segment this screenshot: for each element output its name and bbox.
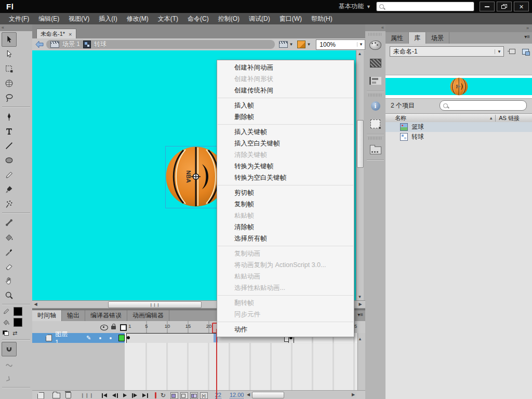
delete-layer-icon[interactable]: [65, 392, 71, 398]
context-menu-item[interactable]: 剪切帧: [217, 187, 354, 198]
scrollbar-thumb[interactable]: [252, 392, 284, 398]
scroll-right-icon[interactable]: ▶: [357, 301, 364, 308]
scroll-right-icon[interactable]: ▶: [350, 391, 356, 398]
context-menu-item[interactable]: 插入关键帧: [217, 126, 354, 138]
tab-场景[interactable]: 场景: [426, 32, 449, 44]
oval-tool[interactable]: [2, 153, 17, 167]
tab-输出[interactable]: 输出: [62, 310, 85, 321]
close-icon[interactable]: ×: [69, 31, 72, 37]
edit-scene-button[interactable]: ▼: [279, 41, 293, 48]
library-item-row[interactable]: 篮球: [385, 122, 532, 132]
context-menu-item[interactable]: 创建传统补间: [217, 85, 354, 96]
modify-markers-icon[interactable]: [200, 392, 208, 399]
zoom-tool[interactable]: [2, 288, 17, 302]
context-menu-item[interactable]: 删除帧: [217, 111, 354, 123]
new-library-panel-button[interactable]: [521, 47, 530, 56]
step-forward-button[interactable]: [130, 392, 139, 398]
panel-group-grip[interactable]: [368, 137, 382, 140]
scroll-down-icon[interactable]: ▼: [356, 294, 363, 300]
context-menu-item[interactable]: 复制帧: [217, 198, 354, 210]
onion-skin-outlines-icon[interactable]: [180, 392, 188, 399]
loop-icon[interactable]: ↻: [161, 392, 166, 398]
smooth-tool[interactable]: [2, 356, 17, 371]
menubar-item[interactable]: 插入(I): [94, 13, 122, 25]
eraser-tool[interactable]: [2, 259, 17, 273]
resize-grip[interactable]: ❙❙❙: [81, 393, 94, 398]
menubar-item[interactable]: 视图(V): [64, 13, 94, 25]
scrollbar-thumb[interactable]: ❙❙❙: [108, 301, 202, 308]
context-menu-item[interactable]: 转换为关键帧: [217, 161, 354, 172]
new-layer-icon[interactable]: [37, 392, 44, 399]
menubar-item[interactable]: 调试(D): [244, 13, 275, 25]
frame-rate-value[interactable]: 12.00: [230, 392, 244, 398]
context-menu-item[interactable]: 清除帧: [217, 221, 354, 233]
menubar-item[interactable]: 命令(C): [183, 13, 214, 25]
tab-编译器错误[interactable]: 编译器错误: [85, 310, 127, 321]
context-menu-item[interactable]: 插入空白关键帧: [217, 138, 354, 149]
scroll-up-icon[interactable]: ▲: [356, 50, 363, 57]
breadcrumb-scene[interactable]: 场景 1: [62, 40, 80, 49]
tab-时间轴[interactable]: 时间轴: [32, 310, 62, 321]
collapse-panel-icon[interactable]: «: [0, 24, 32, 31]
tab-动画编辑器[interactable]: 动画编辑器: [127, 310, 169, 321]
info-panel-button[interactable]: [365, 97, 385, 115]
menubar-item[interactable]: 窗口(W): [275, 13, 307, 25]
brush-tool[interactable]: [2, 182, 17, 196]
pencil-tool[interactable]: [2, 167, 17, 182]
bone-tool[interactable]: [2, 215, 17, 230]
menubar-item[interactable]: 修改(M): [122, 13, 153, 25]
edit-multiple-frames-icon[interactable]: [190, 392, 198, 399]
context-menu-item[interactable]: 插入帧: [217, 100, 354, 111]
keyframe-dot[interactable]: [127, 336, 130, 339]
back-arrow-icon[interactable]: [35, 41, 44, 48]
components-panel-button[interactable]: [365, 140, 385, 158]
color-palette-panel-button[interactable]: [365, 36, 385, 54]
edit-symbol-button[interactable]: ▼: [297, 41, 311, 48]
library-item-row[interactable]: 转球: [385, 132, 532, 142]
layer-outline-color-swatch[interactable]: [118, 335, 125, 341]
straighten-tool[interactable]: [2, 371, 17, 385]
sort-arrow-icon[interactable]: ▲: [489, 116, 493, 121]
text-tool[interactable]: [2, 124, 17, 138]
align-panel-button[interactable]: [365, 72, 385, 89]
lasso-tool[interactable]: [2, 90, 17, 105]
panel-menu-icon[interactable]: ▾≡: [357, 312, 363, 317]
lock-layers-icon[interactable]: [111, 326, 116, 329]
workspace-switcher[interactable]: 基本功能 ▼: [339, 2, 371, 11]
scroll-left-icon[interactable]: ◀: [245, 391, 251, 398]
panel-menu-icon[interactable]: ▾≡: [524, 34, 530, 39]
swap-colors-icon[interactable]: ⇄: [12, 330, 17, 337]
menubar-item[interactable]: 文本(T): [153, 13, 183, 25]
free-transform-tool[interactable]: [2, 61, 17, 76]
transform-panel-button[interactable]: [365, 115, 385, 132]
breadcrumb-symbol[interactable]: 转球: [94, 40, 107, 49]
menubar-item[interactable]: 文件(F): [4, 13, 34, 25]
zoom-level-select[interactable]: 100% ▼: [316, 39, 365, 50]
menubar-item[interactable]: 编辑(E): [34, 13, 64, 25]
line-tool[interactable]: [2, 138, 17, 153]
default-colors-icon[interactable]: [3, 330, 9, 336]
library-document-select[interactable]: 未命名-1 ▼: [390, 46, 504, 57]
show-hide-layers-icon[interactable]: [100, 325, 108, 330]
stroke-color-control[interactable]: [3, 307, 30, 316]
panel-group-grip[interactable]: [368, 94, 382, 97]
library-search[interactable]: [440, 100, 527, 111]
onion-skin-icon[interactable]: [170, 392, 178, 399]
layer-lock-dot[interactable]: [110, 337, 112, 339]
go-to-last-frame-button[interactable]: [141, 392, 150, 398]
context-menu-item[interactable]: 动作: [217, 324, 354, 335]
empty-frames-area[interactable]: [125, 343, 357, 390]
restore-button[interactable]: [497, 2, 512, 11]
context-menu-item[interactable]: 转换为空白关键帧: [217, 172, 354, 183]
timeline-vertical-scrollbar[interactable]: ▲: [357, 333, 365, 390]
document-tab[interactable]: 未命名-1* ×: [36, 29, 76, 39]
column-name[interactable]: 名称: [395, 114, 489, 122]
hand-tool[interactable]: [2, 273, 17, 288]
go-to-first-frame-button[interactable]: [100, 392, 109, 398]
library-search-input[interactable]: [450, 102, 526, 110]
scroll-left-icon[interactable]: ◀: [32, 301, 39, 308]
snap-tool[interactable]: [2, 342, 17, 356]
pen-tool[interactable]: [2, 109, 17, 124]
timeline-horizontal-scrollbar[interactable]: ◀ ▶: [245, 391, 356, 398]
stroke-color-swatch[interactable]: [14, 307, 22, 316]
